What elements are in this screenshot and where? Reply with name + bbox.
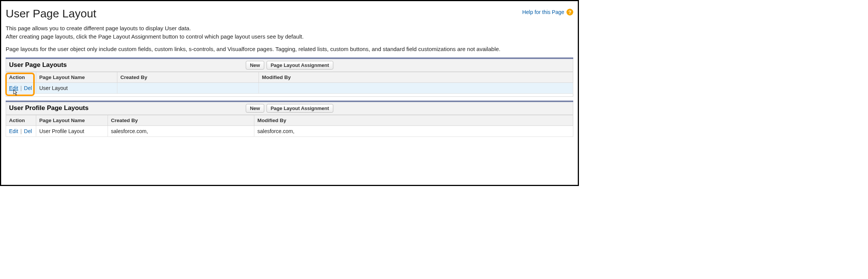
user-profile-page-layouts-header: User Profile Page Layouts New Page Layou… xyxy=(6,102,573,115)
created-by-cell-2: salesforce.com, xyxy=(108,126,254,136)
del-link[interactable]: Del xyxy=(24,85,32,91)
new-button-2[interactable]: New xyxy=(246,104,264,113)
modified-by-cell xyxy=(259,82,573,93)
created-by-cell xyxy=(117,82,259,93)
page-layout-assignment-button-2[interactable]: Page Layout Assignment xyxy=(266,104,333,113)
edit-link[interactable]: Edit xyxy=(9,85,18,91)
col-action: Action xyxy=(6,72,36,82)
user-page-layouts-header: User Page Layouts New Page Layout Assign… xyxy=(6,59,573,72)
help-link[interactable]: Help for this Page ? xyxy=(522,9,573,16)
edit-link-2[interactable]: Edit xyxy=(9,128,18,134)
table-row: Edit | Del User Profile Layout salesforc… xyxy=(6,126,573,136)
description-line1: This page allows you to create different… xyxy=(6,25,573,32)
modified-by-cell-2: salesforce.com, xyxy=(254,126,573,136)
layout-name-cell-2: User Profile Layout xyxy=(36,126,108,136)
table-row: Edit | Del User Layout xyxy=(6,82,573,93)
user-page-layouts-table: Action Page Layout Name Created By Modif… xyxy=(6,72,573,94)
page-layout-assignment-button[interactable]: Page Layout Assignment xyxy=(266,61,333,70)
col-modified: Modified By xyxy=(259,72,573,82)
user-profile-page-layouts-panel: User Profile Page Layouts New Page Layou… xyxy=(6,101,573,137)
description-line2: After creating page layouts, click the P… xyxy=(6,33,573,40)
col-action-2: Action xyxy=(6,115,36,126)
layout-name-cell: User Layout xyxy=(36,82,117,93)
page-title: User Page Layout xyxy=(6,7,96,20)
col-created-2: Created By xyxy=(108,115,254,126)
user-profile-page-layouts-title: User Profile Page Layouts xyxy=(9,104,89,112)
help-link-label: Help for this Page xyxy=(522,9,564,15)
user-profile-page-layouts-table: Action Page Layout Name Created By Modif… xyxy=(6,115,573,137)
help-icon: ? xyxy=(566,9,573,16)
user-page-layouts-title: User Page Layouts xyxy=(9,61,67,69)
col-created: Created By xyxy=(117,72,259,82)
user-page-layouts-panel: User Page Layouts New Page Layout Assign… xyxy=(6,57,573,97)
description-line3: Page layouts for the user object only in… xyxy=(6,45,573,53)
col-modified-2: Modified By xyxy=(254,115,573,126)
del-link-2[interactable]: Del xyxy=(24,128,32,134)
action-separator: | xyxy=(20,85,23,91)
new-button[interactable]: New xyxy=(246,61,264,70)
col-name: Page Layout Name xyxy=(36,72,117,82)
action-separator-2: | xyxy=(20,128,23,134)
col-name-2: Page Layout Name xyxy=(36,115,108,126)
